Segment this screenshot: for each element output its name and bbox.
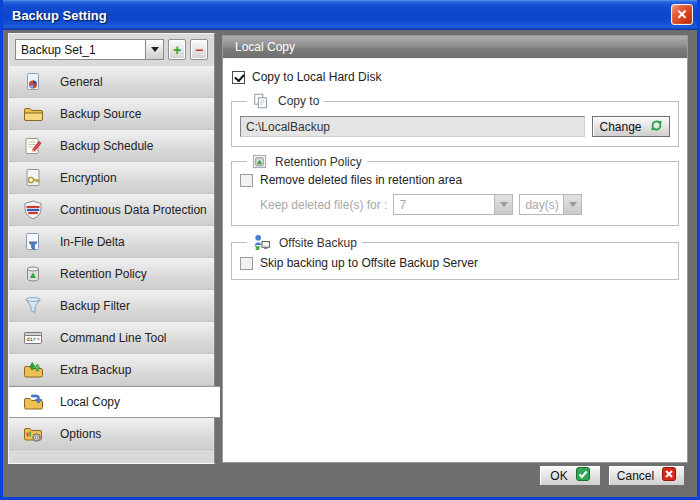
ok-button-label: OK <box>550 469 567 483</box>
sidebar-item-label: Retention Policy <box>60 267 147 281</box>
sidebar-item-general[interactable]: General <box>9 66 214 98</box>
ok-check-icon <box>576 467 590 484</box>
retention-policy-icon <box>22 263 46 285</box>
remove-deleted-checkbox-row[interactable]: Remove deleted files in retention area <box>240 173 670 187</box>
chevron-down-icon <box>500 202 508 207</box>
keep-value-select: 7 <box>393 194 513 215</box>
sidebar-item-label: Extra Backup <box>60 363 131 377</box>
keep-value: 7 <box>393 194 494 215</box>
sidebar-item-cdp[interactable]: Continuous Data Protection <box>9 194 214 226</box>
sidebar-item-label: Backup Filter <box>60 299 130 313</box>
options-icon <box>22 423 46 445</box>
offsite-backup-icon <box>252 233 271 252</box>
backup-schedule-icon <box>22 135 46 157</box>
remove-deleted-label: Remove deleted files in retention area <box>260 173 462 187</box>
svg-text:dir>: dir> <box>27 336 40 343</box>
sidebar-item-label: General <box>60 75 103 89</box>
backup-set-dropdown-button[interactable] <box>145 39 164 60</box>
sidebar-item-label: Local Copy <box>60 395 120 409</box>
copy-to-path-row: Change <box>240 116 670 137</box>
keep-deleted-label: Keep deleted file(s) for : <box>260 198 387 212</box>
copy-to-local-checkbox[interactable] <box>232 71 245 84</box>
title-bar[interactable]: Backup Setting ✕ <box>3 0 697 30</box>
sidebar-item-label: Continuous Data Protection <box>60 203 207 217</box>
sidebar-item-label: In-File Delta <box>60 235 125 249</box>
sidebar: Backup Set_1 + − General <box>8 33 215 464</box>
sidebar-item-in-file-delta[interactable]: In-File Delta <box>9 226 214 258</box>
local-copy-icon <box>22 391 46 413</box>
sidebar-item-local-copy[interactable]: Local Copy <box>9 386 220 418</box>
keep-unit-dropdown-button <box>563 194 582 215</box>
remove-deleted-checkbox[interactable] <box>240 174 253 187</box>
cancel-x-icon <box>662 467 676 484</box>
general-icon <box>22 71 46 93</box>
add-backup-set-button[interactable]: + <box>168 39 186 60</box>
sidebar-item-label: Backup Schedule <box>60 139 153 153</box>
change-button[interactable]: Change <box>592 116 670 137</box>
local-copy-path-input[interactable] <box>240 116 585 137</box>
skip-offsite-label: Skip backing up to Offsite Backup Server <box>260 256 478 270</box>
backup-set-value: Backup Set_1 <box>15 39 145 60</box>
skip-offsite-checkbox[interactable] <box>240 257 253 270</box>
sidebar-item-encryption[interactable]: Encryption <box>9 162 214 194</box>
retention-bin-icon <box>252 154 267 169</box>
backup-set-select[interactable]: Backup Set_1 <box>15 39 164 60</box>
copy-to-local-label: Copy to Local Hard Disk <box>252 70 381 84</box>
retention-group-title: Retention Policy <box>275 155 362 169</box>
keep-deleted-row: Keep deleted file(s) for : 7 day(s) <box>260 194 670 215</box>
keep-unit-select: day(s) <box>519 194 582 215</box>
sidebar-item-label: Options <box>60 427 101 441</box>
offsite-group-title: Offsite Backup <box>279 236 357 250</box>
local-copy-panel: Local Copy Copy to Local Hard Disk Copy … <box>222 35 688 463</box>
skip-offsite-checkbox-row[interactable]: Skip backing up to Offsite Backup Server <box>240 256 670 270</box>
cancel-button-label: Cancel <box>617 469 654 483</box>
copy-to-group-title: Copy to <box>278 94 319 108</box>
retention-policy-group: Retention Policy Remove deleted files in… <box>231 154 679 226</box>
close-icon: ✕ <box>677 8 688 21</box>
sidebar-item-retention-policy[interactable]: Retention Policy <box>9 258 214 290</box>
sidebar-nav: General Backup Source Backup Schedule En… <box>9 66 214 450</box>
keep-value-dropdown-button <box>494 194 513 215</box>
change-button-label: Change <box>599 120 641 134</box>
cancel-button[interactable]: Cancel <box>608 465 685 486</box>
backup-set-row: Backup Set_1 + − <box>9 34 214 64</box>
sidebar-item-backup-source[interactable]: Backup Source <box>9 98 214 130</box>
remove-backup-set-button[interactable]: − <box>190 39 208 60</box>
sidebar-item-label: Backup Source <box>60 107 141 121</box>
sidebar-item-extra-backup[interactable]: Extra Backup <box>9 354 214 386</box>
minus-icon: − <box>195 43 203 57</box>
backup-filter-icon <box>22 295 46 317</box>
copy-to-group: Copy to Change <box>231 92 679 147</box>
copy-to-local-checkbox-row[interactable]: Copy to Local Hard Disk <box>232 70 687 84</box>
offsite-backup-group: Offsite Backup Skip backing up to Offsit… <box>231 233 679 280</box>
command-line-icon: dir> <box>22 327 46 349</box>
refresh-icon <box>650 119 663 135</box>
chevron-down-icon <box>569 202 577 207</box>
dialog-title: Backup Setting <box>12 8 107 23</box>
in-file-delta-icon <box>22 231 46 253</box>
dialog-footer: OK Cancel <box>539 465 685 486</box>
cdp-icon <box>22 199 46 221</box>
copy-pages-icon <box>252 92 270 110</box>
ok-button[interactable]: OK <box>539 465 601 486</box>
plus-icon: + <box>173 43 181 57</box>
sidebar-item-command-line-tool[interactable]: dir> Command Line Tool <box>9 322 214 354</box>
panel-header: Local Copy <box>223 36 687 59</box>
sidebar-item-backup-filter[interactable]: Backup Filter <box>9 290 214 322</box>
close-button[interactable]: ✕ <box>671 4 693 25</box>
backup-setting-dialog: Backup Setting ✕ Backup Set_1 + − <box>0 0 700 500</box>
encryption-icon <box>22 167 46 189</box>
chevron-down-icon <box>151 47 159 52</box>
keep-unit: day(s) <box>519 194 563 215</box>
sidebar-item-options[interactable]: Options <box>9 418 214 450</box>
sidebar-item-label: Command Line Tool <box>60 331 167 345</box>
backup-source-icon <box>22 103 46 125</box>
sidebar-item-backup-schedule[interactable]: Backup Schedule <box>9 130 214 162</box>
sidebar-item-label: Encryption <box>60 171 117 185</box>
extra-backup-icon <box>22 359 46 381</box>
